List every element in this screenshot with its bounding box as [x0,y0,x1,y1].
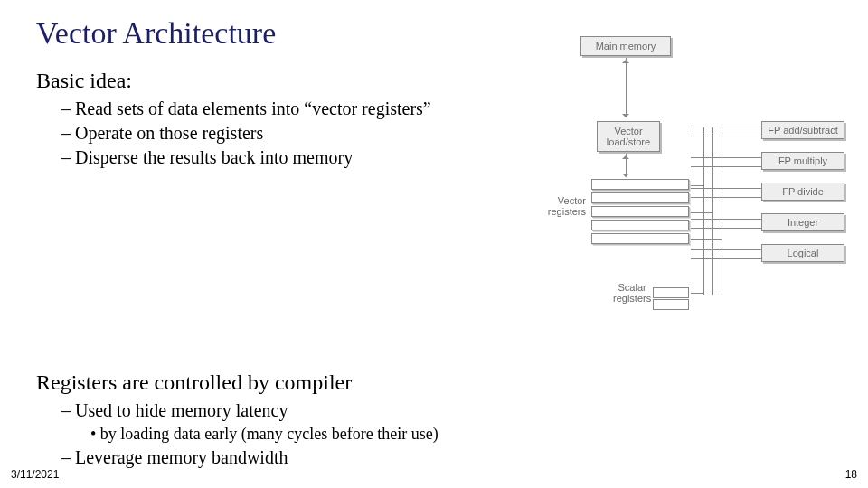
scalar-register-row [653,299,689,310]
main-memory-box: Main memory [580,36,671,56]
connector-line [691,157,761,158]
connector-line [703,127,704,295]
connector-line [691,249,761,250]
connector-line [691,219,761,220]
integer-box: Integer [761,213,844,231]
vector-register-row [591,179,689,190]
vector-register-row [591,233,689,244]
fp-add-subtract-box: FP add/subtract [761,121,844,139]
logical-box: Logical [761,244,844,262]
section2-heading: Registers are controlled by compiler [36,371,832,395]
sub-bullet-item: by loading data early (many cycles befor… [90,425,832,444]
connector-line [691,228,761,229]
slide: Vector Architecture Basic idea: Read set… [0,0,868,488]
bullet-item: Disperse the results back into memory [61,147,506,168]
vector-registers-label: Vector registers [533,195,586,217]
content-row: Basic idea: Read sets of data elements i… [36,63,832,352]
connector-line [691,239,722,240]
connector-line [691,212,712,213]
scalar-registers-label: Scalar registers [613,282,651,304]
bullet-item: Used to hide memory latency [61,400,832,421]
vector-register-row [591,220,689,230]
left-column: Basic idea: Read sets of data elements i… [36,63,506,352]
arrow-up-icon [622,152,629,159]
connector-line [712,127,713,295]
bullet-item: Read sets of data elements into “vector … [61,99,506,119]
footer-date: 3/11/2021 [11,468,59,481]
arrow-down-icon [622,114,629,121]
connector-line [691,185,703,186]
connector-line [691,166,761,167]
connector-line [691,136,761,136]
scalar-register-row [653,287,689,298]
bullet-item: Leverage memory bandwidth [61,447,832,468]
vector-register-row [591,192,689,203]
connector-line [691,127,761,127]
footer: 3/11/2021 18 [11,468,857,481]
arrow-up-icon [622,56,629,63]
bullet-item: Operate on those registers [61,123,506,144]
connector-line [691,258,761,259]
connector-line [626,58,627,117]
connector-line [691,293,703,294]
connector-line [691,188,761,189]
footer-page-number: 18 [845,468,857,481]
fp-multiply-box: FP multiply [761,152,844,170]
connector-line [722,127,722,295]
right-column: Main memory Vector load/store Vector reg… [521,63,861,352]
vector-register-row [591,206,689,217]
architecture-diagram: Main memory Vector load/store Vector reg… [526,36,861,352]
vector-load-store-box: Vector load/store [597,121,660,152]
fp-divide-box: FP divide [761,183,844,201]
section1-heading: Basic idea: [36,69,506,93]
connector-line [691,197,761,198]
